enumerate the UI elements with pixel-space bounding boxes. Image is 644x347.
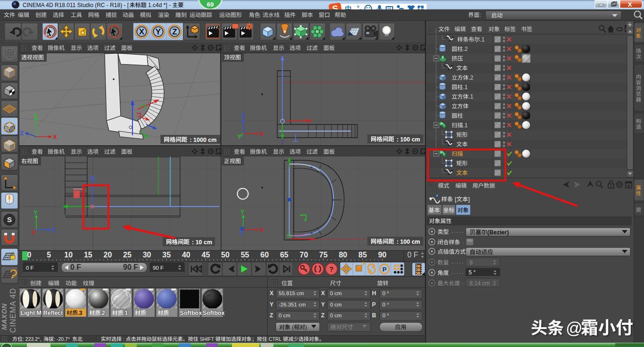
svg-text:70: 70 xyxy=(300,251,308,259)
svg-text:Softbox: Softbox xyxy=(203,310,225,316)
svg-text:Z: Z xyxy=(241,112,245,119)
svg-text:Reflect: Reflect xyxy=(43,310,64,316)
svg-text:15: 15 xyxy=(84,251,92,259)
svg-text:SHIFT: SHIFT xyxy=(198,336,215,342)
svg-text:(: ( xyxy=(290,324,294,330)
svg-text:40: 40 xyxy=(182,251,190,259)
svg-text:55: 55 xyxy=(241,251,249,259)
svg-text:8.14 cm: 8.14 cm xyxy=(470,280,490,287)
svg-text:Y: Y xyxy=(270,301,273,308)
svg-text:0 F: 0 F xyxy=(407,251,418,259)
svg-text:X: X xyxy=(321,290,325,297)
svg-text:0 °: 0 ° xyxy=(382,302,389,307)
svg-text:65: 65 xyxy=(280,251,289,259)
svg-text:.2: .2 xyxy=(469,74,473,81)
svg-text:P: P xyxy=(372,301,376,308)
svg-text:X: X xyxy=(270,290,273,297)
svg-text:25: 25 xyxy=(123,251,132,259)
svg-text:]: ] xyxy=(468,196,470,203)
svg-text:Y: Y xyxy=(33,209,38,216)
svg-text:Y: Y xyxy=(321,301,325,308)
svg-text:.2: .2 xyxy=(100,310,105,316)
svg-text:.1: .1 xyxy=(123,310,128,316)
svg-text:85: 85 xyxy=(358,251,367,259)
svg-text:Z: Z xyxy=(321,312,324,319)
svg-text:MAXON: MAXON xyxy=(0,304,8,330)
svg-text:CTRL: CTRL xyxy=(267,336,283,342)
svg-text:X: X xyxy=(53,133,57,140)
svg-text:Z: Z xyxy=(172,27,177,36)
svg-text:X: X xyxy=(628,1,632,8)
svg-text:20: 20 xyxy=(104,251,112,259)
svg-text:: 1000 cm: : 1000 cm xyxy=(190,137,216,143)
svg-text:Z: Z xyxy=(52,226,56,233)
svg-text:75: 75 xyxy=(319,251,328,259)
svg-text:): ) xyxy=(305,324,307,330)
svg-text:35: 35 xyxy=(162,251,171,259)
svg-text:: 100 cm: : 100 cm xyxy=(396,136,420,143)
svg-text:1.c4d *] -: 1.c4d *] - xyxy=(147,2,173,8)
svg-text:5: 5 xyxy=(47,251,51,259)
svg-text:10: 10 xyxy=(64,251,73,259)
svg-text:80: 80 xyxy=(339,251,347,259)
svg-text::: : xyxy=(122,336,126,342)
svg-text:.2: .2 xyxy=(463,46,468,52)
svg-text:0 °: 0 ° xyxy=(382,290,389,296)
svg-text:B: B xyxy=(372,312,376,319)
svg-text:H: H xyxy=(372,290,376,297)
svg-text::: : xyxy=(479,12,481,18)
svg-text:0 F: 0 F xyxy=(70,263,81,271)
svg-text:@: @ xyxy=(566,319,583,337)
svg-text:Y: Y xyxy=(33,113,38,120)
svg-text:69: 69 xyxy=(207,1,214,8)
svg-text:?: ? xyxy=(330,265,334,273)
svg-text:0 cm: 0 cm xyxy=(330,302,342,307)
svg-text:.1: .1 xyxy=(463,84,468,91)
svg-text:X: X xyxy=(260,130,264,137)
svg-text:: 100 cm: : 100 cm xyxy=(396,239,420,245)
svg-text:90 F: 90 F xyxy=(123,263,138,271)
svg-text:CINEMA 4D: CINEMA 4D xyxy=(9,288,17,333)
svg-text:0: 0 xyxy=(27,251,32,259)
svg-text:X: X xyxy=(260,226,264,233)
svg-text:-26.351 cm: -26.351 cm xyxy=(279,302,306,307)
svg-text:Z: Z xyxy=(270,312,273,319)
svg-text:[: [ xyxy=(453,196,456,203)
svg-text:50: 50 xyxy=(221,251,230,259)
svg-text:0 cm: 0 cm xyxy=(330,290,342,296)
svg-text:.3: .3 xyxy=(77,310,82,316)
svg-text:0 cm: 0 cm xyxy=(279,313,290,318)
svg-text:Light M: Light M xyxy=(21,310,41,316)
svg-text:: -20.7°: : -20.7° xyxy=(54,336,71,342)
svg-text:CINEMA 4D R18.011 Studio (RC -: CINEMA 4D R18.011 Studio (RC - R18) - [ xyxy=(23,2,129,8)
svg-text:8: 8 xyxy=(470,259,473,266)
svg-text:0 cm: 0 cm xyxy=(330,313,342,318)
svg-text:: 223.2°,: : 223.2°, xyxy=(23,336,42,342)
svg-text:Y: Y xyxy=(237,133,241,140)
svg-text:.1: .1 xyxy=(469,93,473,100)
svg-text:X: X xyxy=(31,229,35,236)
svg-text:5 °: 5 ° xyxy=(469,269,476,276)
svg-text:55.815 cm: 55.815 cm xyxy=(279,290,304,296)
svg-text:60: 60 xyxy=(260,251,269,259)
svg-text:Z: Z xyxy=(20,130,24,137)
svg-text:0 °: 0 ° xyxy=(382,313,389,318)
svg-text:: 10 cm: : 10 cm xyxy=(192,239,212,246)
svg-text:.1: .1 xyxy=(480,36,485,43)
svg-text:Y: Y xyxy=(240,208,245,215)
svg-text:S: S xyxy=(7,215,12,223)
svg-text:(Bezier): (Bezier) xyxy=(487,229,509,236)
svg-text:45: 45 xyxy=(202,251,210,259)
svg-text:90: 90 xyxy=(378,251,387,259)
svg-text:.1: .1 xyxy=(463,122,468,129)
svg-text:0 F: 0 F xyxy=(26,265,34,271)
svg-text:X: X xyxy=(139,27,145,36)
svg-text:P: P xyxy=(382,266,387,273)
svg-text:30: 30 xyxy=(143,251,151,259)
svg-text:Y: Y xyxy=(156,27,161,36)
svg-text:Softbox: Softbox xyxy=(180,310,202,316)
svg-text:90 F: 90 F xyxy=(153,265,164,271)
